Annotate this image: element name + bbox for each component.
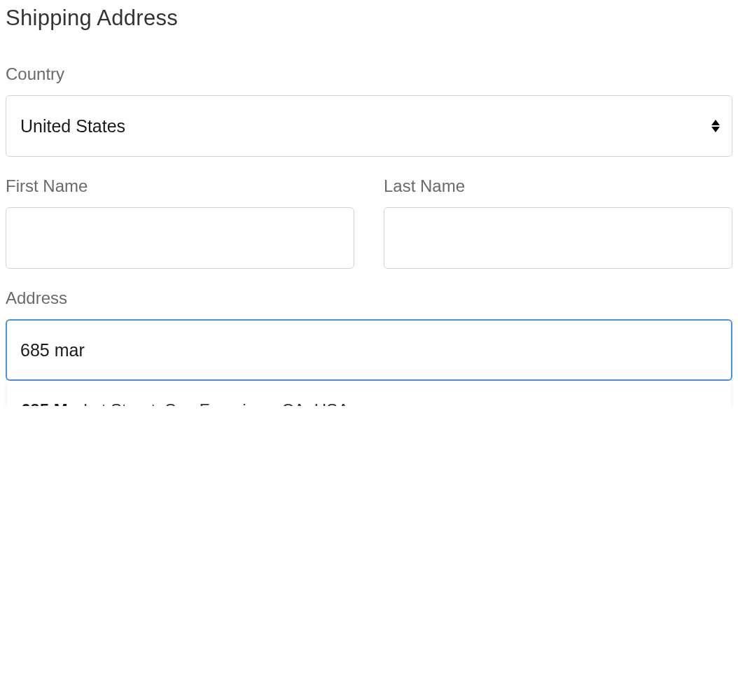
address-wrapper: 685 Market Street, San Francisco, CA, US… (6, 319, 732, 381)
suggestion-item[interactable]: 685 Market Street, San Francisco, CA, US… (7, 381, 731, 406)
first-name-input[interactable] (6, 207, 354, 269)
suggestion-match: 685 Mar (21, 400, 83, 406)
last-name-label: Last Name (384, 176, 732, 196)
last-name-field-group: Last Name (384, 176, 732, 269)
address-input[interactable] (6, 319, 732, 381)
name-row: First Name Last Name (6, 176, 732, 269)
country-select[interactable]: United States (6, 95, 732, 157)
address-label: Address (6, 288, 732, 308)
country-select-wrapper: United States (6, 95, 732, 157)
suggestion-rest: ket Street, San Francisco, CA, USA (83, 400, 349, 406)
country-label: Country (6, 64, 732, 84)
last-name-input[interactable] (384, 207, 732, 269)
first-name-label: First Name (6, 176, 354, 196)
address-field-group: Address 685 Market Street, San Francisco… (6, 288, 732, 381)
country-field-group: Country United States (6, 64, 732, 157)
section-title: Shipping Address (6, 6, 732, 31)
first-name-field-group: First Name (6, 176, 354, 269)
autocomplete-dropdown: 685 Market Street, San Francisco, CA, US… (7, 381, 731, 406)
